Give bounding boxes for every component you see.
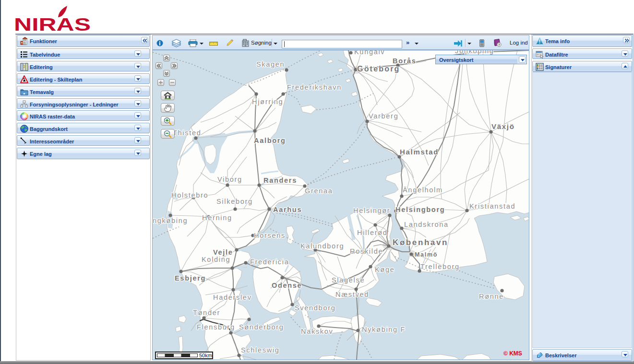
svg-text:Svendborg: Svendborg xyxy=(295,304,335,312)
svg-text:Halmstad: Halmstad xyxy=(400,148,439,156)
svg-text:Varberg: Varberg xyxy=(369,112,398,120)
svg-text:Thisted: Thisted xyxy=(173,129,201,137)
svg-text:Haderslev: Haderslev xyxy=(213,294,252,301)
svg-text:Slagelse: Slagelse xyxy=(332,276,365,284)
svg-text:Fredericia: Fredericia xyxy=(250,258,289,266)
svg-text:Skagen: Skagen xyxy=(256,60,285,68)
svg-text:Sønderborg: Sønderborg xyxy=(239,323,284,331)
svg-text:Vejle: Vejle xyxy=(213,248,233,256)
svg-text:Hillerød: Hillerød xyxy=(357,229,388,236)
svg-text:ngkøbing: ngkøbing xyxy=(153,217,188,224)
svg-text:Hjørring: Hjørring xyxy=(252,98,283,106)
svg-text:Nakskov: Nakskov xyxy=(301,328,334,335)
svg-text:Roskilde: Roskilde xyxy=(350,247,383,255)
svg-text:Randers: Randers xyxy=(263,176,297,184)
svg-text:Borås: Borås xyxy=(393,57,417,65)
svg-text:Göteborg: Göteborg xyxy=(357,65,400,73)
svg-text:?: ? xyxy=(498,43,500,47)
svg-text:NIRAS: NIRAS xyxy=(14,15,91,34)
svg-text:Kungälv: Kungälv xyxy=(354,50,385,56)
svg-text:Kolding: Kolding xyxy=(202,256,230,263)
svg-text:Holstebro: Holstebro xyxy=(171,191,208,199)
svg-text:Tønder: Tønder xyxy=(193,309,220,317)
svg-text:Frederikshavn: Frederikshavn xyxy=(287,83,342,91)
svg-text:Silkeborg: Silkeborg xyxy=(216,198,253,205)
svg-text:Nykøbing F: Nykøbing F xyxy=(362,326,406,333)
svg-text:Odense: Odense xyxy=(272,282,302,289)
svg-text:København: København xyxy=(393,238,448,247)
svg-text:Trelleborg: Trelleborg xyxy=(420,263,460,270)
svg-text:Grenaa: Grenaa xyxy=(305,187,333,195)
svg-text:Malmö: Malmö xyxy=(415,251,438,258)
svg-text:Jönköping: Jönköping xyxy=(455,50,494,55)
svg-text:Kristianstad: Kristianstad xyxy=(469,202,515,210)
svg-text:Ängelholm: Ängelholm xyxy=(403,186,443,194)
svg-text:Flensburg: Flensburg xyxy=(197,323,235,331)
svg-text:Herning: Herning xyxy=(202,214,232,222)
svg-text:Landskrona: Landskrona xyxy=(404,221,449,228)
svg-text:Køge: Køge xyxy=(375,266,395,273)
svg-text:Aarhus: Aarhus xyxy=(273,206,302,213)
svg-text:Esbjerg: Esbjerg xyxy=(175,274,206,282)
svg-text:Aalborg: Aalborg xyxy=(254,137,286,144)
svg-text:Viborg: Viborg xyxy=(217,176,242,183)
svg-text:Horsens: Horsens xyxy=(254,232,286,239)
svg-text:Kalundborg: Kalundborg xyxy=(300,242,344,250)
svg-text:Helsingør: Helsingør xyxy=(353,207,390,214)
svg-text:Rønne: Rønne xyxy=(479,293,504,300)
svg-text:Schleswig: Schleswig xyxy=(241,346,280,354)
svg-text:Växjö: Växjö xyxy=(491,122,515,130)
svg-text:Næstved: Næstved xyxy=(335,291,369,298)
svg-text:Helsingborg: Helsingborg xyxy=(395,206,445,213)
